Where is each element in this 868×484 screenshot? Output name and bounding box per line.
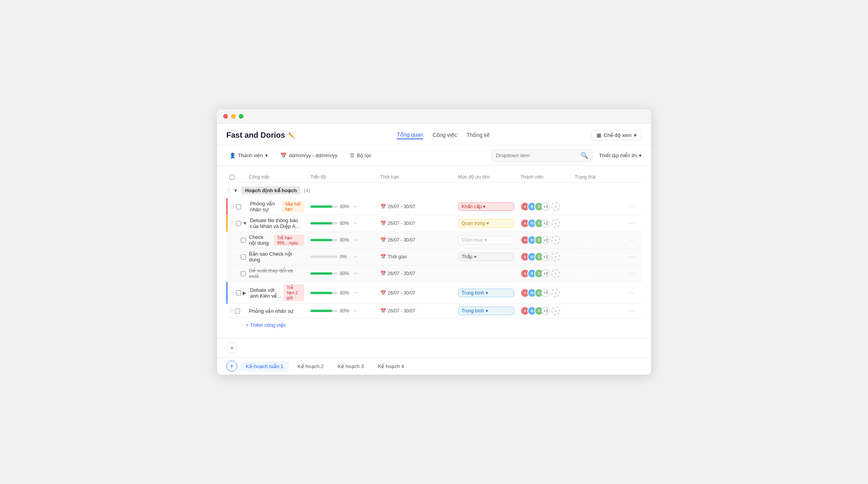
vertical-connector: | <box>238 271 239 276</box>
more-options-button[interactable]: ··· <box>626 253 642 260</box>
status-arrow-button[interactable]: ▾ <box>600 289 607 297</box>
tab-plan-4[interactable]: Kế hoạch 4 <box>373 361 410 371</box>
add-member-button[interactable]: + <box>551 236 560 244</box>
drag-handle[interactable]: ⠿ <box>226 188 230 194</box>
add-member-button[interactable]: + <box>551 219 560 228</box>
task-status[interactable]: Cancel ▾ <box>572 307 626 315</box>
status-main-button[interactable]: Todo <box>575 202 593 211</box>
task-checkbox[interactable] <box>241 271 246 276</box>
task-priority[interactable]: Trung bình ▾ <box>455 289 517 297</box>
drag-handle[interactable]: ⠿ <box>231 203 234 210</box>
calendar-icon: 📅 <box>380 204 386 209</box>
edit-progress-icon[interactable]: ✏ <box>354 271 357 276</box>
status-main-button[interactable]: Cancel <box>575 307 597 315</box>
task-members: A B C +3 + <box>517 288 572 298</box>
search-input[interactable] <box>496 153 578 158</box>
member-icon: 👤 <box>229 153 236 158</box>
status-arrow-button[interactable]: ▾ <box>597 307 604 315</box>
task-checkbox[interactable] <box>235 309 240 314</box>
edit-progress-icon[interactable]: ✏ <box>354 204 357 209</box>
add-member-button[interactable]: + <box>551 307 560 315</box>
status-main-button[interactable]: Done <box>575 269 594 278</box>
avatar-count: +3 <box>541 219 550 228</box>
task-status[interactable]: Done ▾ <box>572 269 626 278</box>
task-status[interactable]: Review ▾ <box>572 236 626 244</box>
calendar-icon: 📅 <box>380 221 386 226</box>
avatar-count: +3 <box>541 202 550 211</box>
filter-button[interactable]: ☰ Bộ lọc <box>347 151 375 160</box>
task-checkbox[interactable] <box>241 254 246 260</box>
task-priority[interactable]: - <box>455 269 517 278</box>
avatar-count: +3 <box>541 253 550 261</box>
task-checkbox[interactable] <box>236 290 241 295</box>
status-arrow-button[interactable]: ▾ <box>593 253 600 261</box>
add-tab-button[interactable]: + <box>226 361 237 372</box>
more-options-button[interactable]: ··· <box>626 203 642 210</box>
tab-plan-2[interactable]: Kế hoạch 2 <box>292 361 329 371</box>
collapse-button[interactable]: ∨ <box>226 342 237 353</box>
task-checkbox[interactable] <box>241 238 246 243</box>
add-member-button[interactable]: + <box>551 253 560 261</box>
calendar-icon: 📅 <box>280 153 287 158</box>
edit-progress-icon[interactable]: ✏ <box>354 309 357 314</box>
add-member-button[interactable]: + <box>551 289 560 297</box>
expand-icon[interactable]: ▶ <box>243 290 246 296</box>
more-options-button[interactable]: ··· <box>626 307 642 314</box>
task-badge: Trễ hạn 999... ngày <box>274 235 304 246</box>
more-options-button[interactable]: ··· <box>626 289 642 296</box>
tab-stats[interactable]: Thống kê <box>467 132 490 139</box>
display-settings-button[interactable]: Thiết lập hiển thị ▾ <box>599 153 642 158</box>
drag-handle[interactable]: ⠿ <box>229 308 233 314</box>
status-main-button[interactable]: Pending <box>575 289 600 297</box>
add-member-button[interactable]: + <box>551 269 560 278</box>
task-status[interactable]: Pending ▾ <box>572 289 626 297</box>
tab-tasks[interactable]: Công việc <box>432 132 457 139</box>
status-arrow-button[interactable]: ▾ <box>595 219 602 228</box>
add-member-button[interactable]: + <box>551 202 560 211</box>
task-priority[interactable]: Khẩn cấp ▾ <box>455 202 517 211</box>
task-priority[interactable]: Chon muc ▾ <box>455 236 517 244</box>
drag-handle[interactable]: ⠿ <box>231 220 234 226</box>
task-deadline: 📅 Thời gian <box>377 254 455 260</box>
task-checkbox[interactable] <box>236 204 241 209</box>
status-main-button[interactable]: Todo <box>575 253 593 261</box>
status-arrow-button[interactable]: ▾ <box>594 269 601 278</box>
task-status[interactable]: Todo ▾ <box>572 202 626 211</box>
drag-handle[interactable]: ⠿ <box>231 290 234 296</box>
task-checkbox[interactable] <box>236 221 241 226</box>
group-chevron[interactable]: ▼ <box>233 188 238 193</box>
member-filter-button[interactable]: 👤 Thành viên ▾ <box>226 151 271 160</box>
edit-progress-icon[interactable]: ✏ <box>354 254 357 260</box>
task-status[interactable]: Todo ▾ <box>572 253 626 261</box>
more-options-button[interactable]: ··· <box>626 270 642 277</box>
maximize-button[interactable] <box>239 114 243 119</box>
status-main-button[interactable]: Doing <box>575 219 595 228</box>
task-progress: 0% ✏ <box>307 254 377 260</box>
task-priority[interactable]: Trung bình ▾ <box>455 307 517 315</box>
add-task-button[interactable]: + Thêm công việc <box>226 318 642 332</box>
more-options-button[interactable]: ··· <box>626 220 642 227</box>
tab-overview[interactable]: Tổng quan <box>397 132 423 139</box>
tab-week-1[interactable]: Kế hoạch tuần 1 <box>240 361 289 371</box>
edit-progress-icon[interactable]: ✏ <box>354 221 357 226</box>
date-filter-button[interactable]: 📅 dd/mm/yy - dd/mm/yy <box>277 151 340 160</box>
task-priority[interactable]: Thấp ▾ <box>455 253 517 261</box>
status-arrow-button[interactable]: ▾ <box>593 202 600 211</box>
view-mode-button[interactable]: ▦ Chế độ xem ▾ <box>592 130 642 140</box>
task-priority[interactable]: Quan trọng ▾ <box>455 219 517 228</box>
more-options-button[interactable]: ··· <box>626 237 642 244</box>
task-name: Đề xuất thay đổi và chốt <box>246 268 307 279</box>
close-button[interactable] <box>223 114 228 119</box>
tab-plan-3[interactable]: Kế hoạch 3 <box>332 361 369 371</box>
task-status[interactable]: Doing ▾ <box>572 219 626 228</box>
edit-progress-icon[interactable]: ✏ <box>354 238 357 243</box>
select-all-checkbox[interactable] <box>229 175 234 180</box>
task-progress: 80% ✏ <box>307 271 377 276</box>
minimize-button[interactable] <box>231 114 236 119</box>
status-main-button[interactable]: Review <box>575 236 598 244</box>
search-box[interactable]: 🔍 <box>492 149 593 161</box>
edit-progress-icon[interactable]: ✏ <box>354 290 357 295</box>
task-progress: 80% ✏ <box>307 204 377 209</box>
edit-title-icon[interactable]: ✏️ <box>288 132 295 139</box>
status-arrow-button[interactable]: ▾ <box>598 236 605 244</box>
